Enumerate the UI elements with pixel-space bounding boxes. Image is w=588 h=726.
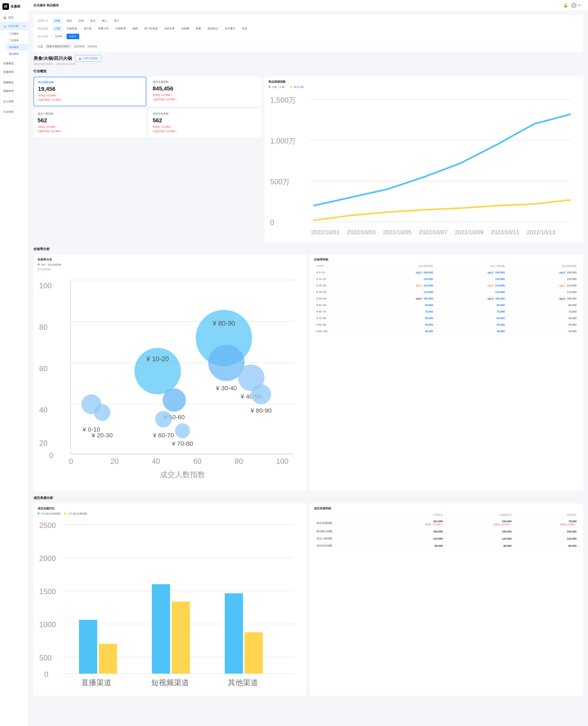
price-cell-amount: 110,000 <box>364 289 436 295</box>
product-filter-row: 商品品类 火锅 东南亚菜 地方菜 快餐小吃 日韩料理 烧烤 热门特色菜 生鲜水果… <box>38 26 579 31</box>
filter-tag-mianbao[interactable]: 面包甜点 <box>205 26 221 31</box>
kpi-card-scale: 商品规模指数 19,456 月环比 +22.56% ↑ 大盘月环比 +12.56… <box>34 77 146 106</box>
filter-tag-shaokao[interactable]: 烧烤 <box>130 26 140 31</box>
price-cell-range: ¥ 0~10 <box>314 269 364 276</box>
nav-live-overview[interactable]: 直播概览 <box>0 59 28 68</box>
filter-tag-yule[interactable]: 娱乐 <box>88 18 98 23</box>
filter-tag-difangcai[interactable]: 地方菜 <box>81 26 94 31</box>
topbar: 生活服务·商品概览 🔔 tE tE ··· <box>28 0 588 11</box>
time-btn-week[interactable]: 自然周 <box>52 34 65 39</box>
kpi-buyers-value: 562 <box>38 117 142 124</box>
svg-text:500万: 500万 <box>270 178 290 186</box>
price-cell-buyers: top 1210,000 <box>436 282 507 289</box>
svg-text:0: 0 <box>44 670 48 679</box>
svg-text:¥ 60-70: ¥ 60-70 <box>153 432 174 439</box>
source-chart-panel: 成交金额对比 本月成交金额指数 上月成交金额指数 <box>34 504 307 696</box>
filter-tag-yinpin[interactable]: 饮品 <box>239 26 250 31</box>
filter-tag-zizhu[interactable]: 自助餐 <box>179 26 192 31</box>
nav-report[interactable]: 行业报告 <box>0 108 28 116</box>
bubble-chart: 100 80 60 40 20 0 0 20 40 60 80 <box>38 272 302 487</box>
svg-text:0: 0 <box>69 457 73 466</box>
main-content: 生活服务·商品概览 🔔 tE tE ··· 所属行业 美食 游玩 住宿 <box>28 0 588 726</box>
filter-tag-qinzi[interactable]: 亲子 <box>111 18 122 23</box>
kpi-conversion-mom: 月环比 +12.56% ↑ <box>153 125 257 129</box>
nav-kol-rank[interactable]: 达人榜单 <box>0 97 28 106</box>
filter-tag-zhushu[interactable]: 住宿 <box>76 18 86 23</box>
legend-item-1: 大盘（火锅） <box>269 85 287 89</box>
user-info[interactable]: tE tE ··· <box>571 2 583 8</box>
price-cell-scale: top 2240,000 <box>507 269 579 276</box>
nav-video-overview[interactable]: 视频概览 <box>0 78 28 87</box>
bell-icon[interactable]: 🔔 <box>563 3 568 7</box>
svg-text:500: 500 <box>39 654 52 662</box>
time-btn-month[interactable]: 自然月 <box>67 34 79 39</box>
svg-point-43 <box>155 411 172 428</box>
chevron-icon: ∧ <box>23 25 25 28</box>
svg-text:0: 0 <box>49 451 53 460</box>
industry-filter-label: 所属行业 <box>38 19 50 23</box>
price-table-row: ¥ 10~20 120,000 120,000 120,000 <box>314 276 579 282</box>
selected-info-label: 已选 <box>38 45 43 48</box>
filter-tag-huoguo[interactable]: 火锅 <box>52 26 62 31</box>
svg-text:直播渠道: 直播渠道 <box>81 679 111 687</box>
filter-tag-dnacy[interactable]: 东南亚菜 <box>64 26 80 31</box>
price-cell-buyers: 80,000 <box>436 302 507 308</box>
source-cell-live: 240,000 <box>377 528 445 535</box>
price-chart-panel: 价格带分布 面积：成交金额指数 商品规模指数 100 80 <box>34 255 307 491</box>
svg-text:40: 40 <box>152 457 160 466</box>
filter-tag-rihan[interactable]: 日韩料理 <box>113 26 128 31</box>
time-filter-btns: 自然周 自然月 <box>52 34 79 39</box>
logo-icon: 抖 <box>2 3 9 10</box>
svg-text:1000: 1000 <box>39 621 56 629</box>
scale-chart-title: 商品规模指数 <box>269 80 579 84</box>
filter-tag-kuaican[interactable]: 快餐小吃 <box>96 26 111 31</box>
price-legend-dot <box>38 263 40 265</box>
bar-short-last <box>172 602 190 674</box>
nav-store-rank[interactable]: 门店榜单 <box>6 37 28 44</box>
selected-info: 已选 美食/火锅/四川火锅 × 统计时间：2022/03 <box>38 42 579 48</box>
industry-filter-tags: 美食 游玩 住宿 娱乐 丽人 亲子 <box>52 18 122 23</box>
nav-industry[interactable]: 📊 行业分析 ∧ <box>0 22 28 30</box>
subscribe-button[interactable]: 🔔 订阅行业报告 <box>75 55 101 62</box>
price-col-amount: 成交金额指数 <box>364 263 436 269</box>
product-filter-label: 商品品类 <box>38 27 50 30</box>
price-cell-amount: top 3180,000 <box>364 295 436 302</box>
source-chart-title: 成交金额对比 <box>38 507 302 510</box>
filter-tag-yinyue[interactable]: 音乐餐厅 <box>222 26 238 31</box>
bar-other-this <box>225 593 243 674</box>
source-cell-metric: 成交转化指数 <box>314 542 377 549</box>
svg-point-41 <box>163 388 186 412</box>
source-table-row: 成交人数指数 120,000 120,000 120,000 <box>314 535 579 542</box>
price-cell-range: ¥ 10~20 <box>314 276 364 282</box>
filter-tag-meishi[interactable]: 美食 <box>52 18 62 23</box>
source-legend-1: 本月成交金额指数 <box>38 512 61 515</box>
source-col-metric <box>314 512 377 518</box>
filter-tag-shengxian[interactable]: 生鲜水果 <box>162 26 177 31</box>
price-table: 价格带 成交金额指数 成交人数指数 商品规模指数 ¥ 0~10 top 2240… <box>314 263 579 335</box>
price-table-row: ¥ 50~60 80,000 80,000 80,000 <box>314 302 579 308</box>
source-cell-metric: 商品曝光指数 <box>314 528 377 535</box>
svg-text:1,000万: 1,000万 <box>270 137 296 145</box>
nav-product-rank[interactable]: 商品榜单 <box>6 51 28 57</box>
nav-home[interactable]: 🏠 首页 <box>0 13 28 22</box>
kpi-amount-label: 成交金额指标 <box>153 80 257 84</box>
kpi-buyers-plate: 大盘月环比 +22.56% ↑ <box>38 130 142 133</box>
content-area: 所属行业 美食 游玩 住宿 娱乐 丽人 亲子 商品品类 火锅 东南亚菜 <box>28 11 588 705</box>
filter-tag-youwan[interactable]: 游玩 <box>64 18 74 23</box>
filter-tag-xican[interactable]: 西餐 <box>193 26 204 31</box>
price-cell-buyers: 120,000 <box>436 276 507 282</box>
page-header: 美食/火锅/四川火锅 🔔 订阅行业报告 <box>34 55 583 62</box>
svg-text:2022/10/07: 2022/10/07 <box>419 229 447 235</box>
nav-product-overview[interactable]: 商品概览 <box>6 44 28 51</box>
nav-video-rank[interactable]: 视频榜单 <box>0 87 28 95</box>
price-cell-scale: 40,000 <box>507 328 579 335</box>
nav-store-overview[interactable]: 门店概览 <box>6 30 28 37</box>
filter-tag-remencai[interactable]: 热门特色菜 <box>142 26 160 31</box>
price-table-row: ¥ 30~40 110,000 110,000 110,000 <box>314 289 579 295</box>
page-title: 美食/火锅/四川火锅 <box>34 55 72 61</box>
price-cell-range: ¥ 20~30 <box>314 282 364 289</box>
svg-text:¥ 10-20: ¥ 10-20 <box>146 356 169 363</box>
price-cell-range: ¥ 90~100 <box>314 328 364 335</box>
filter-tag-liren[interactable]: 丽人 <box>100 18 110 23</box>
nav-live-rank[interactable]: 直播榜单 <box>0 68 28 76</box>
